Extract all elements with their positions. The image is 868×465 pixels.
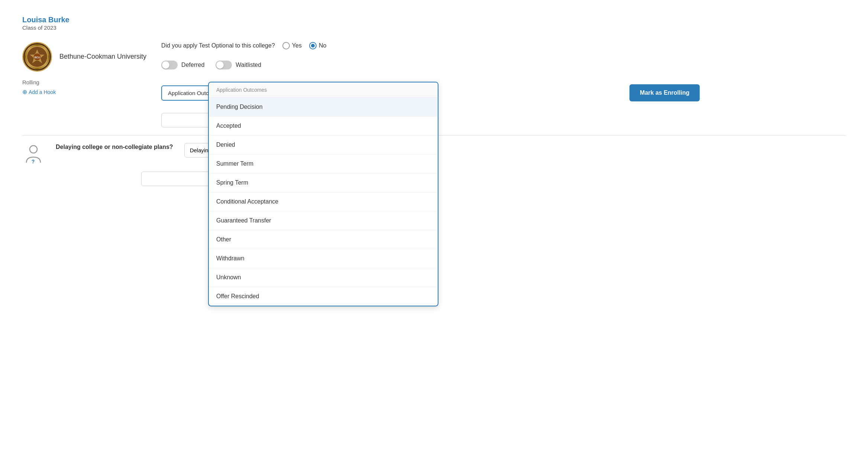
person-question-icon: ? (23, 144, 44, 165)
college-section: BCU Bethune-Cookman University Rolling ⊕… (22, 42, 146, 95)
delay-icon: ? (22, 143, 45, 165)
test-optional-row: Did you apply Test Optional to this coll… (161, 42, 846, 49)
college-type: Rolling (22, 79, 39, 85)
page-container: Louisa Burke Class of 2023 BCU (0, 0, 868, 465)
student-class: Class of 2023 (22, 25, 69, 31)
dropdown-item-withdrawn[interactable]: Withdrawn (209, 249, 438, 268)
dropdown-item-accepted[interactable]: Accepted (209, 117, 438, 136)
waitlisted-toggle-item: Waitlisted (216, 61, 261, 69)
outcomes-dropdown-menu[interactable]: Application Outcomes Pending Decision Ac… (208, 82, 438, 306)
college-name: Bethune-Cookman University (59, 52, 146, 61)
svg-text:BCU: BCU (34, 56, 40, 59)
dropdown-item-unknown[interactable]: Unknown (209, 268, 438, 287)
add-hook-link[interactable]: ⊕ Add a Hook (22, 88, 56, 95)
radio-no[interactable]: No (309, 42, 326, 49)
mark-enrolling-button[interactable]: Mark as Enrolling (629, 84, 700, 101)
svg-point-4 (30, 146, 37, 153)
dropdown-item-guaranteed-transfer[interactable]: Guaranteed Transfer (209, 211, 438, 230)
radio-yes-circle[interactable] (282, 42, 290, 49)
dropdown-header: Application Outcomes (209, 82, 438, 98)
college-seal-svg: BCU (26, 46, 48, 68)
dropdown-item-offer-rescinded[interactable]: Offer Rescinded (209, 287, 438, 306)
plus-circle-icon: ⊕ (22, 88, 27, 95)
toggles-row: Deferred Waitlisted (161, 61, 846, 69)
student-header: Louisa Burke Class of 2023 (22, 15, 846, 31)
test-optional-question: Did you apply Test Optional to this coll… (161, 42, 275, 49)
delay-label: Delaying college or non-collegiate plans… (56, 143, 173, 151)
waitlisted-label: Waitlisted (236, 62, 261, 68)
waitlisted-toggle[interactable] (216, 61, 232, 69)
dropdown-item-other[interactable]: Other (209, 230, 438, 249)
college-logo-inner: BCU (25, 44, 50, 69)
deferred-label: Deferred (181, 62, 204, 68)
dropdown-item-summer-term[interactable]: Summer Term (209, 155, 438, 173)
deferred-toggle-item: Deferred (161, 61, 204, 69)
svg-text:?: ? (31, 159, 35, 165)
dropdown-item-pending[interactable]: Pending Decision (209, 98, 438, 117)
radio-yes[interactable]: Yes (282, 42, 302, 49)
dropdown-item-denied[interactable]: Denied (209, 136, 438, 155)
add-hook-label: Add a Hook (29, 89, 56, 95)
college-info: BCU Bethune-Cookman University (22, 42, 146, 72)
student-name: Louisa Burke (22, 15, 69, 25)
radio-no-label: No (319, 42, 326, 49)
college-logo: BCU (22, 42, 52, 72)
radio-yes-label: Yes (292, 42, 302, 49)
radio-group: Yes No (282, 42, 327, 49)
dropdown-item-conditional[interactable]: Conditional Acceptance (209, 192, 438, 211)
deferred-toggle[interactable] (161, 61, 178, 69)
dropdown-item-spring-term[interactable]: Spring Term (209, 173, 438, 192)
radio-no-circle[interactable] (309, 42, 317, 49)
